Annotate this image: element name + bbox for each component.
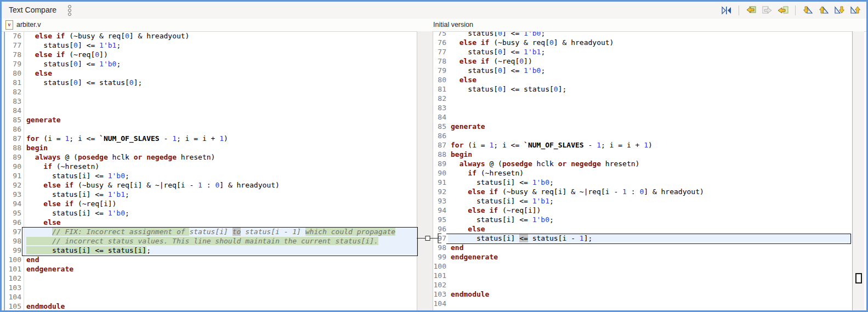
previous-difference-button[interactable] (817, 4, 830, 16)
line-number: 104 (433, 299, 448, 308)
overview-ruler[interactable] (852, 31, 864, 310)
code-text: else if (~busy & req[i] & ~|req[i - 1 : … (448, 187, 852, 196)
code-line: 85generate (6, 115, 417, 124)
right-editor-pane[interactable]: 75 status[0] <= 1'b0;76 else if (~busy &… (433, 31, 852, 310)
line-number: 93 (6, 190, 24, 199)
code-text: else if (~busy & req[0] & hreadyout) (448, 38, 852, 47)
line-number: 88 (433, 150, 448, 159)
code-line: 102 (433, 280, 852, 290)
line-number: 94 (433, 206, 448, 215)
previous-change-button[interactable] (849, 4, 862, 16)
code-line: 86 (433, 131, 852, 140)
code-line: 99 status[i] <= status[i]; (6, 246, 417, 255)
code-line: 79 status[0] <= 1'b0; (433, 66, 852, 75)
line-number: 92 (6, 180, 24, 190)
toolbar-separator (795, 5, 796, 15)
code-line: 98 // incorrect status values. This line… (6, 236, 417, 246)
code-line: 101endgenerate (6, 264, 417, 274)
code-text: endmodule (448, 290, 852, 299)
swap-view-button[interactable] (720, 4, 733, 16)
line-number: 78 (433, 56, 448, 66)
copy-left-to-right-button[interactable] (761, 4, 774, 16)
line-number: 76 (6, 31, 24, 41)
code-line: 76 else if (~busy & req[0] & hreadyout) (6, 31, 417, 41)
code-line: 98end (433, 243, 852, 252)
code-line: 80 else (433, 75, 852, 84)
toolbar-separator (739, 5, 739, 15)
line-number: 103 (6, 283, 24, 292)
line-number: 86 (6, 124, 24, 134)
code-text: // FIX: Incorrect assignment of status[i… (24, 227, 417, 236)
code-line: 100 (433, 262, 852, 271)
code-text: else (24, 218, 417, 227)
code-text: status[i] <= 1'b0; (448, 178, 852, 187)
compare-toolbar: Text Compare (2, 2, 866, 19)
code-text: status[i] <= 1'b0; (24, 208, 417, 218)
code-line: 84 (6, 106, 417, 115)
line-number: 99 (6, 246, 24, 255)
line-number: 93 (433, 196, 448, 206)
code-text: generate (24, 115, 417, 124)
toolbar-actions (720, 2, 862, 19)
previous-difference-icon (818, 5, 830, 16)
code-line: 82 (6, 87, 417, 97)
code-text (24, 106, 417, 115)
code-text (24, 274, 417, 283)
copy-all-right-to-left-button[interactable] (745, 4, 758, 16)
line-number: 77 (433, 47, 448, 56)
code-line: 93 status[i] <= 1'b1; (6, 190, 417, 199)
line-number: 101 (6, 264, 24, 274)
code-line: 97 // FIX: Incorrect assignment of statu… (6, 227, 417, 236)
copy-right-to-left-button[interactable] (776, 4, 790, 16)
code-line: 97 status[i] <= status[i - 1]; (433, 234, 852, 243)
code-line: 91 status[i] <= 1'b0; (6, 171, 417, 180)
code-text (448, 280, 852, 290)
code-text: // incorrect status values. This line sh… (24, 236, 417, 246)
line-number: 101 (433, 271, 448, 280)
code-text (448, 103, 852, 112)
pane-splitter[interactable] (417, 31, 433, 310)
code-line: 100end (6, 255, 417, 264)
code-text: status[0] <= status[0]; (24, 78, 417, 87)
code-text: for (i = 1; i <= `NUM_OF_SLAVES - 1; i =… (24, 134, 417, 143)
code-text (24, 292, 417, 302)
next-difference-icon (802, 5, 814, 16)
line-number: 102 (6, 274, 24, 283)
code-line: 89 always @ (posedge hclk or negedge hre… (433, 159, 852, 168)
swap-view-icon (721, 5, 733, 16)
right-pane-header: Initial version (433, 19, 473, 31)
code-line: 102 (6, 274, 417, 283)
next-difference-button[interactable] (801, 4, 814, 16)
line-number: 76 (433, 38, 448, 47)
code-line: 81 status[0] <= status[0]; (433, 84, 852, 94)
code-line: 103endmodule (433, 290, 852, 299)
line-number: 80 (6, 69, 24, 78)
line-number: 77 (6, 41, 24, 50)
code-text: else if (~req[0]) (24, 50, 417, 59)
diff-overview-marker[interactable] (855, 273, 862, 283)
verilog-file-icon: v (5, 20, 13, 30)
code-text: generate (448, 122, 852, 131)
left-editor-pane[interactable]: 76 else if (~busy & req[0] & hreadyout)7… (2, 31, 417, 310)
code-line: 92 else if (~busy & req[i] & ~|req[i - 1… (433, 187, 852, 196)
code-text (448, 94, 852, 103)
code-text (24, 283, 417, 292)
line-number: 89 (433, 159, 448, 168)
line-number: 86 (433, 131, 448, 140)
code-text: begin (24, 143, 417, 152)
left-code: 76 else if (~busy & req[0] & hreadyout)7… (6, 31, 417, 310)
code-line: 81 status[0] <= status[0]; (6, 78, 417, 87)
right-pane-title: Initial version (433, 21, 473, 29)
line-number: 99 (433, 252, 448, 262)
code-line: 87for (i = 1; i <= `NUM_OF_SLAVES - 1; i… (433, 140, 852, 150)
view-menu-button[interactable] (66, 5, 73, 16)
line-number: 75 (433, 31, 448, 38)
line-number: 103 (433, 290, 448, 299)
diff-connector[interactable] (414, 229, 448, 247)
compare-headers: v arbiter.v Initial version (2, 19, 866, 32)
code-line: 96 else (6, 218, 417, 227)
next-change-button[interactable] (833, 4, 846, 16)
code-line: 87for (i = 1; i <= `NUM_OF_SLAVES - 1; i… (6, 134, 417, 143)
code-text: status[i] <= 1'b0; (24, 171, 417, 180)
code-line: 85generate (433, 122, 852, 131)
